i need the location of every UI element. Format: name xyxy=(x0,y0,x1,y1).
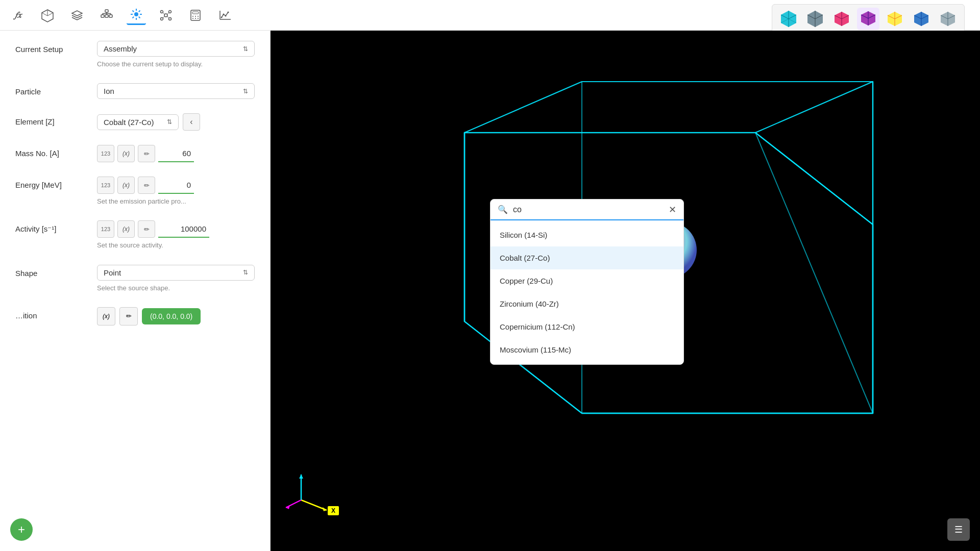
activity-control: 123 (x) ✏ Set the source activity. xyxy=(97,220,255,250)
position-control: (x) ✏ (0.0, 0.0, 0.0) xyxy=(97,307,255,325)
mass-fx-btn[interactable]: (x) xyxy=(117,145,135,162)
svg-point-32 xyxy=(195,18,196,19)
svg-point-18 xyxy=(161,10,163,13)
current-setup-help: Choose the current setup to display. xyxy=(97,60,255,69)
svg-rect-1 xyxy=(101,15,104,17)
dropdown-item-zirconium-label: Zirconium (40-Zr) xyxy=(500,299,559,308)
element-search-input[interactable] xyxy=(513,205,664,214)
particle-value: Ion xyxy=(104,87,114,95)
position-value-btn[interactable]: (0.0, 0.0, 0.0) xyxy=(142,308,201,324)
svg-line-13 xyxy=(133,11,134,12)
dropdown-item-moscovium[interactable]: Moscovium (115-Mc) xyxy=(491,338,683,361)
cube-yellow-btn[interactable] xyxy=(884,8,906,30)
energy-input[interactable] xyxy=(158,177,194,194)
svg-line-24 xyxy=(163,16,165,18)
cube-pink-btn[interactable] xyxy=(830,8,853,30)
svg-rect-0 xyxy=(105,10,108,12)
energy-row: Energy [MeV] 123 (x) ✏ Set the emission … xyxy=(15,177,255,206)
particle-row: Particle Ion ⇅ xyxy=(15,83,255,99)
layers-toolbar-icon[interactable] xyxy=(67,6,87,25)
svg-rect-27 xyxy=(192,12,199,14)
current-setup-select[interactable]: Assembly ⇅ xyxy=(97,41,255,57)
menu-button[interactable]: ☰ xyxy=(947,518,970,541)
activity-fx-btn[interactable]: (x) xyxy=(117,220,135,238)
activity-help: Set the source activity. xyxy=(97,241,255,250)
search-icon: 🔍 xyxy=(498,205,508,214)
element-label: Element [Z] xyxy=(15,113,97,126)
position-fx-btn[interactable]: (x) xyxy=(97,307,115,325)
cube-grey-btn[interactable] xyxy=(937,8,959,30)
shape-select[interactable]: Point ⇅ xyxy=(97,265,255,281)
particle-arrows: ⇅ xyxy=(243,88,248,95)
dropdown-item-silicon[interactable]: Silicon (14-Si) xyxy=(491,223,683,246)
add-button[interactable]: + xyxy=(10,518,33,541)
svg-line-14 xyxy=(139,17,140,18)
shape-control: Point ⇅ Select the source shape. xyxy=(97,265,255,293)
chart-toolbar-icon[interactable] xyxy=(215,6,235,25)
shape-row: Shape Point ⇅ Select the source shape. xyxy=(15,265,255,293)
dropdown-item-cobalt[interactable]: Cobalt (27-Co) xyxy=(491,246,683,269)
position-label-partial: …ition xyxy=(15,311,37,320)
dropdown-item-copper[interactable]: Copper (29-Cu) xyxy=(491,269,683,292)
dropdown-item-copper-label: Copper (29-Cu) xyxy=(500,277,553,285)
current-setup-arrows: ⇅ xyxy=(243,45,248,53)
svg-point-34 xyxy=(221,16,223,18)
svg-line-23 xyxy=(167,13,169,14)
shape-label: Shape xyxy=(15,265,97,278)
fx-icon[interactable]: 𝑓𝑥 xyxy=(8,6,28,25)
cube-bluegrey-btn[interactable] xyxy=(804,8,826,30)
mass-row: Mass No. [A] 123 (x) ✏ xyxy=(15,145,255,162)
dropdown-item-moscovium-label: Moscovium (115-Mc) xyxy=(500,345,571,354)
cube-toolbar-icon[interactable] xyxy=(38,6,57,25)
activity-edit-btn[interactable]: ✏ xyxy=(138,220,155,238)
energy-control: 123 (x) ✏ Set the emission particle pro.… xyxy=(97,177,255,206)
calculator-toolbar-icon[interactable] xyxy=(186,6,205,25)
activity-123-btn[interactable]: 123 xyxy=(97,220,114,238)
sunburst-toolbar-icon[interactable] xyxy=(127,6,146,25)
element-dropdown: 🔍 ✕ Silicon (14-Si) Cobalt (27-Co) Coppe… xyxy=(490,199,684,365)
position-edit-btn[interactable]: ✏ xyxy=(119,307,138,325)
svg-point-21 xyxy=(169,17,172,20)
particle-select[interactable]: Ion ⇅ xyxy=(97,83,255,99)
element-prev-btn[interactable]: ‹ xyxy=(183,113,200,131)
cube-darkblue-btn[interactable] xyxy=(910,8,933,30)
energy-fx-btn[interactable]: (x) xyxy=(117,177,135,194)
energy-edit-btn[interactable]: ✏ xyxy=(138,177,155,194)
svg-point-31 xyxy=(192,18,193,19)
svg-point-30 xyxy=(198,16,199,17)
particle-label: Particle xyxy=(15,83,97,96)
left-panel: Current Setup Assembly ⇅ Choose the curr… xyxy=(0,31,271,551)
cube-cyan-btn[interactable] xyxy=(777,8,800,30)
canvas-area: X ☰ 🔍 ✕ Silicon (14-Si) Cobalt (27-Co) xyxy=(271,31,980,551)
main-content: Current Setup Assembly ⇅ Choose the curr… xyxy=(0,31,980,551)
dropdown-item-copernicium[interactable]: Copernicium (112-Cn) xyxy=(491,315,683,338)
dropdown-list: Silicon (14-Si) Cobalt (27-Co) Copper (2… xyxy=(491,220,683,364)
element-select[interactable]: Cobalt (27-Co) ⇅ xyxy=(97,114,179,130)
svg-point-35 xyxy=(223,13,225,15)
svg-line-15 xyxy=(139,11,140,12)
nodes-toolbar-icon[interactable] xyxy=(156,6,176,25)
activity-row: Activity [s⁻¹] 123 (x) ✏ Set the source … xyxy=(15,220,255,250)
element-value: Cobalt (27-Co) xyxy=(104,118,154,127)
mass-123-btn[interactable]: 123 xyxy=(97,145,114,162)
dropdown-item-silicon-label: Silicon (14-Si) xyxy=(500,231,547,239)
activity-input[interactable] xyxy=(158,220,209,238)
current-setup-value: Assembly xyxy=(104,44,137,53)
svg-point-19 xyxy=(169,10,172,13)
shape-value: Point xyxy=(104,268,121,277)
cube-purple-btn[interactable] xyxy=(857,8,879,30)
energy-123-btn[interactable]: 123 xyxy=(97,177,114,194)
svg-point-29 xyxy=(195,16,196,17)
svg-point-37 xyxy=(228,11,229,13)
mass-edit-btn[interactable]: ✏ xyxy=(138,145,155,162)
svg-rect-3 xyxy=(109,15,112,17)
mass-input[interactable] xyxy=(158,145,194,162)
menu-icon: ☰ xyxy=(954,524,963,535)
svg-point-20 xyxy=(161,17,163,20)
dropdown-item-zirconium[interactable]: Zirconium (40-Zr) xyxy=(491,292,683,315)
particle-control: Ion ⇅ xyxy=(97,83,255,99)
element-control: Cobalt (27-Co) ⇅ ‹ xyxy=(97,113,255,131)
dropdown-close-button[interactable]: ✕ xyxy=(669,205,676,214)
hierarchy-toolbar-icon[interactable] xyxy=(97,6,116,25)
toolbar: 𝑓𝑥 xyxy=(0,0,980,31)
